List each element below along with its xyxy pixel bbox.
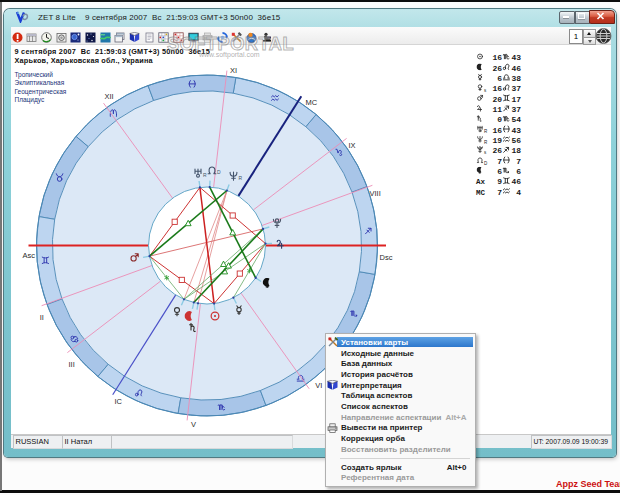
svg-text:6: 6: [497, 74, 502, 83]
svg-text:46: 46: [511, 177, 521, 186]
svg-text:R: R: [203, 172, 207, 178]
svg-text:VI: VI: [315, 381, 322, 390]
svg-text:R: R: [484, 140, 488, 145]
svg-text:6: 6: [497, 167, 502, 176]
svg-text:7: 7: [497, 157, 502, 166]
svg-text:37: 37: [511, 84, 521, 93]
svg-text:11: 11: [492, 105, 502, 114]
svg-text:16: 16: [492, 84, 502, 93]
svg-text:7: 7: [516, 157, 521, 166]
svg-text:38: 38: [511, 74, 521, 83]
svg-text:Dsc: Dsc: [380, 253, 393, 262]
svg-text:20: 20: [492, 95, 502, 104]
svg-text:9: 9: [497, 177, 502, 186]
svg-text:6: 6: [516, 167, 521, 176]
svg-text:7: 7: [497, 188, 502, 197]
svg-text:D: D: [217, 169, 221, 175]
svg-text:V: V: [191, 420, 196, 429]
svg-text:18: 18: [511, 146, 521, 155]
svg-text:43: 43: [511, 126, 521, 135]
svg-text:Ax: Ax: [476, 178, 486, 186]
svg-text:4: 4: [516, 188, 521, 197]
svg-text:s: s: [484, 88, 487, 93]
svg-text:R: R: [484, 129, 488, 134]
svg-text:43: 43: [511, 53, 521, 62]
svg-text:IX: IX: [349, 141, 356, 150]
svg-text:Asc: Asc: [23, 251, 36, 260]
svg-text:II: II: [40, 313, 44, 322]
svg-text:16: 16: [492, 53, 502, 62]
svg-text:26: 26: [492, 64, 502, 73]
svg-text:0: 0: [497, 115, 502, 124]
svg-text:46: 46: [511, 64, 521, 73]
svg-text:VIII: VIII: [370, 189, 381, 198]
svg-text:III: III: [69, 360, 75, 369]
svg-text:56: 56: [511, 136, 521, 145]
svg-text:XI: XI: [230, 66, 237, 75]
svg-text:26: 26: [492, 146, 502, 155]
svg-text:19: 19: [492, 136, 502, 145]
svg-text:54: 54: [511, 115, 521, 124]
svg-text:XII: XII: [105, 92, 114, 101]
svg-text:17: 17: [511, 95, 521, 104]
svg-text:IC: IC: [115, 397, 123, 406]
svg-text:s: s: [484, 150, 487, 155]
svg-text:R: R: [239, 175, 243, 181]
svg-text:37: 37: [511, 105, 521, 114]
svg-text:MC: MC: [476, 189, 486, 197]
svg-text:16: 16: [492, 126, 502, 135]
svg-text:D: D: [484, 161, 488, 166]
svg-text:MC: MC: [306, 98, 318, 107]
